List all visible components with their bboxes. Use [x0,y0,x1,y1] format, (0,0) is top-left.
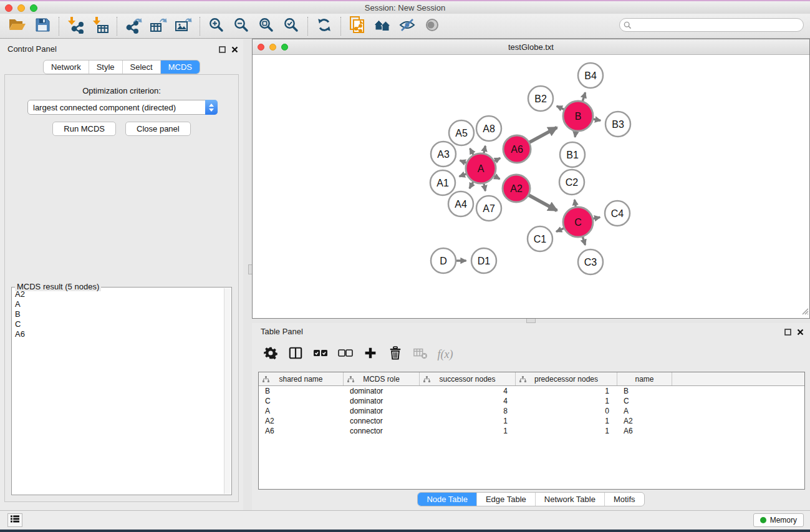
graph-node-C2[interactable]: C2 [559,170,584,195]
close-panel-icon[interactable] [797,327,804,338]
save-session-button[interactable] [30,16,55,37]
graph-edge-A2-C[interactable] [529,195,557,211]
network-window-titlebar[interactable]: testGlobe.txt [253,39,809,55]
graph-edge-A-A5[interactable] [470,148,473,155]
float-panel-icon[interactable] [219,44,226,56]
graph-node-C1[interactable]: C1 [528,226,552,251]
table-tab-motifs[interactable]: Motifs [604,493,644,506]
node-table[interactable]: shared nameMCDS rolesuccessor nodesprede… [258,372,805,490]
show-graphics-details-button[interactable] [420,16,445,37]
graph-edge-A-A8[interactable] [484,146,485,153]
column-header-predecessor-nodes[interactable]: predecessor nodes [516,372,617,385]
table-tab-node-table[interactable]: Node Table [418,493,476,506]
graph-node-B3[interactable]: B3 [605,112,630,137]
graph-node-A3[interactable]: A3 [431,142,456,167]
duplicate-network-button[interactable] [345,16,370,37]
result-item[interactable]: A6 [12,329,223,339]
maximize-window-button[interactable] [30,4,37,12]
zoom-selected-button[interactable] [279,16,304,37]
search-input[interactable] [619,18,804,32]
select-all-button[interactable] [311,345,330,364]
graph-node-A[interactable]: A [466,153,496,183]
network-canvas[interactable]: AA1A2A3A4A5A6A7A8BB1B2B3B4CC1C2C3C4DD1 [253,55,809,318]
open-session-button[interactable] [5,16,30,37]
import-table-button[interactable] [88,16,113,37]
table-row[interactable]: A2connector11A2 [259,416,804,426]
tab-style[interactable]: Style [89,60,122,74]
export-network-button[interactable] [121,16,146,37]
graph-edge-A-A6[interactable] [494,158,500,161]
graph-node-B4[interactable]: B4 [578,63,603,88]
import-network-button[interactable] [63,16,88,37]
zoom-in-button[interactable] [204,16,229,37]
memory-button[interactable]: Memory [753,513,804,527]
graph-edge-C-C4[interactable] [593,217,600,218]
graph-node-B1[interactable]: B1 [560,142,585,167]
minimize-window-button[interactable] [17,4,25,12]
column-selector-button[interactable] [286,345,306,364]
graph-node-A7[interactable]: A7 [476,196,501,221]
graph-node-B[interactable]: B [563,101,593,131]
graph-node-C3[interactable]: C3 [578,249,603,274]
home-view-button[interactable] [370,16,395,37]
network-minimize-button[interactable] [269,44,276,51]
add-button[interactable] [360,345,380,364]
table-tab-edge-table[interactable]: Edge Table [476,493,535,506]
graph-edge-C-C1[interactable] [556,228,564,231]
graph-node-A6[interactable]: A6 [503,135,531,163]
graph-edge-A-A2[interactable] [494,176,500,179]
result-item[interactable]: A2 [12,289,223,299]
table-row[interactable]: Adominator80A [259,406,804,416]
mcds-result-list[interactable]: A2ABCA6 [12,289,223,494]
table-row[interactable]: Bdominator41B [259,386,804,396]
graph-node-D[interactable]: D [431,248,456,273]
graph-node-A2[interactable]: A2 [503,175,530,202]
graph-edge-C-C2[interactable] [574,200,576,206]
graph-edge-C-C3[interactable] [582,237,585,245]
graph-edge-B-B4[interactable] [582,92,585,101]
result-item[interactable]: B [12,309,223,319]
result-item[interactable]: A [12,299,223,309]
zoom-out-button[interactable] [229,16,254,37]
graph-edge-B-B1[interactable] [575,132,576,137]
graph-node-A8[interactable]: A8 [476,116,501,141]
graph-node-D1[interactable]: D1 [471,248,496,273]
refresh-network-button[interactable] [312,16,337,37]
graph-edge-A-A3[interactable] [460,160,466,163]
table-row[interactable]: Cdominator41C [259,396,804,406]
graph-node-C[interactable]: C [563,207,593,237]
hide-graphics-details-button[interactable] [395,16,420,37]
network-close-button[interactable] [258,44,264,51]
show-panels-button[interactable] [7,513,22,527]
table-options-button[interactable] [261,345,281,364]
function-builder-button[interactable]: f(x) [435,345,455,364]
column-header-name[interactable]: name [617,372,672,385]
result-list-scrollbar[interactable] [224,288,231,494]
graph-node-B2[interactable]: B2 [528,86,553,111]
graph-edge-B-B3[interactable] [593,119,600,120]
float-panel-icon[interactable] [784,327,791,338]
graph-edge-A-A1[interactable] [460,174,466,177]
table-row[interactable]: A6connector11A6 [259,426,804,436]
column-header-successor-nodes[interactable]: successor nodes [420,372,516,385]
close-window-button[interactable] [5,4,12,12]
close-panel-button[interactable]: Close panel [125,122,191,136]
tab-mcds[interactable]: MCDS [160,60,200,74]
table-tab-network-table[interactable]: Network Table [535,493,604,506]
result-item[interactable]: C [12,319,223,329]
graph-node-A5[interactable]: A5 [449,120,474,145]
graph-edge-A-A7[interactable] [484,183,485,191]
close-panel-icon[interactable] [231,44,238,56]
criterion-dropdown[interactable]: largest connected component (directed) [27,100,218,115]
graph-edge-A6-B[interactable] [529,127,557,142]
run-mcds-button[interactable]: Run MCDS [52,122,116,136]
column-header-mcds-role[interactable]: MCDS role [344,372,420,385]
graph-node-C4[interactable]: C4 [605,201,630,226]
horizontal-splitter-handle[interactable] [526,318,536,323]
delete-entry-button[interactable] [385,345,405,364]
graph-edge-B-B2[interactable] [557,106,564,109]
network-maximize-button[interactable] [281,44,288,51]
zoom-fit-button[interactable] [254,16,279,37]
window-resize-grip[interactable] [800,306,809,317]
graph-node-A4[interactable]: A4 [448,191,473,216]
